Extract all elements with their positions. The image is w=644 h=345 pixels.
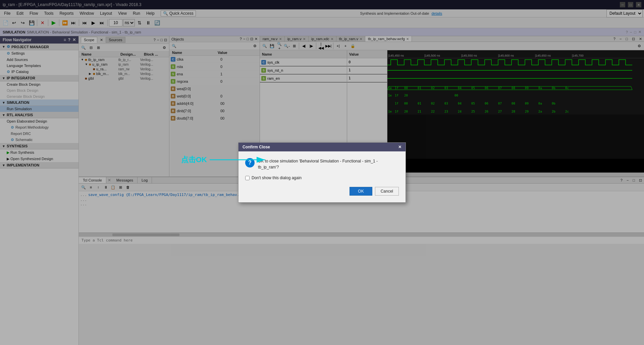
dont-show-label: Don't show this dialog again [252, 176, 302, 180]
annotation: 点击OK [181, 155, 270, 165]
modal-title-bar: Confirm Close ✕ [238, 143, 406, 151]
modal-title: Confirm Close [243, 145, 270, 149]
annotation-text: 点击OK [181, 155, 207, 165]
modal-cancel-button[interactable]: Cancel [375, 187, 399, 196]
modal-question-text: OK to close simulation 'Behavioral Simul… [258, 158, 399, 170]
modal-overlay: Confirm Close ✕ ? OK to close simulation… [0, 0, 644, 345]
modal-actions: OK Cancel [245, 187, 399, 196]
modal-checkbox-row: Don't show this dialog again [245, 176, 399, 180]
modal-close-icon[interactable]: ✕ [398, 145, 401, 149]
modal-dialog: Confirm Close ✕ ? OK to close simulation… [238, 142, 406, 203]
dont-show-checkbox[interactable] [245, 176, 250, 180]
modal-ok-button[interactable]: OK [350, 187, 372, 196]
annotation-arrow-svg [210, 155, 270, 165]
